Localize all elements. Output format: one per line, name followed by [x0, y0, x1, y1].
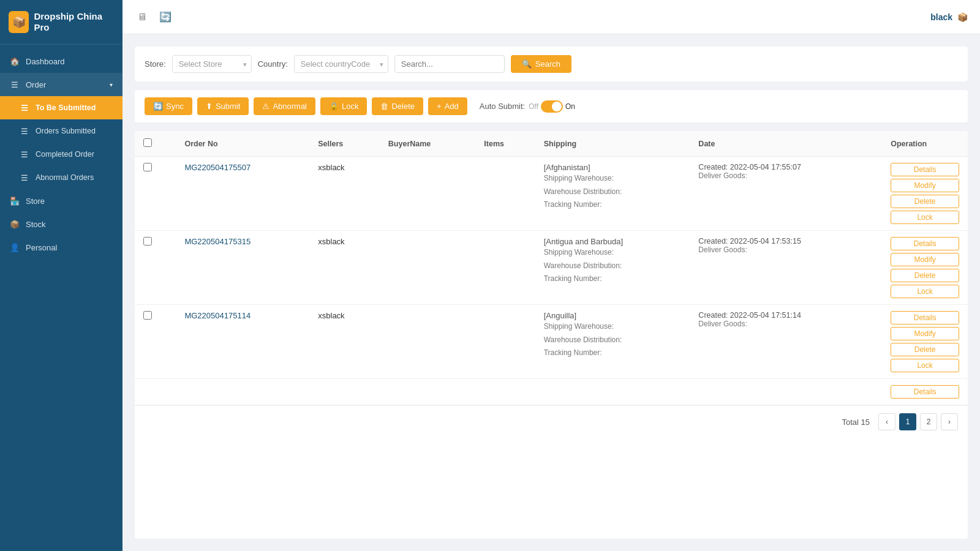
row-checkbox-cell	[135, 379, 176, 405]
dashboard-icon: 🏠	[10, 56, 20, 66]
add-icon: +	[437, 102, 442, 111]
delete-op-button[interactable]: Delete	[891, 343, 959, 356]
table-container[interactable]: Order No Sellers BuyerName Items Shippin…	[135, 131, 968, 405]
details-op-button[interactable]: Details	[891, 237, 959, 250]
row-sellers: xsblack	[309, 231, 380, 305]
lock-button[interactable]: 🔒 Lock	[320, 97, 367, 115]
store-select[interactable]: Select Store	[172, 55, 252, 73]
row-shipping: [Anguilla] Shipping Warehouse:Warehouse …	[535, 305, 690, 379]
table-row: MG220504175114 xsblack [Anguilla] Shippi…	[135, 305, 968, 379]
search-button[interactable]: 🔍 Search	[511, 55, 571, 73]
logo-icon: 📦	[9, 11, 29, 33]
table-row: MG220504175315 xsblack [Antigua and Barb…	[135, 231, 968, 305]
row-items	[475, 231, 535, 305]
topbar: 🖥 🔄 black 📦	[123, 0, 980, 34]
row-order-no: MG220504175315	[176, 231, 309, 305]
page-2-button[interactable]: 2	[920, 413, 937, 430]
to-be-submitted-icon: ☰	[20, 103, 29, 113]
row-checkbox[interactable]	[143, 237, 152, 246]
row-checkbox[interactable]	[143, 311, 152, 320]
add-label: Add	[445, 102, 459, 111]
table-row: Details	[135, 379, 968, 405]
modify-op-button[interactable]: Modify	[891, 179, 959, 192]
sidebar-item-abnormal-orders[interactable]: ☰ Abnormal Orders	[0, 166, 123, 189]
delete-op-button[interactable]: Delete	[891, 195, 959, 208]
auto-submit-toggle[interactable]	[541, 100, 563, 113]
row-checkbox-cell	[135, 157, 176, 231]
completed-order-icon: ☰	[20, 149, 29, 159]
lock-label: Lock	[342, 102, 358, 111]
delete-button[interactable]: 🗑 Delete	[372, 97, 423, 115]
store-label: Store:	[145, 59, 166, 69]
logo-area: 📦 Dropship China Pro	[0, 0, 123, 45]
sidebar-item-completed-order[interactable]: ☰ Completed Order	[0, 143, 123, 166]
sidebar-item-orders-submitted-label: Orders Submitted	[36, 127, 96, 135]
toggle-off-label: Off	[529, 102, 538, 111]
sidebar-item-order-label: Order	[26, 80, 46, 89]
modify-op-button[interactable]: Modify	[891, 253, 959, 266]
abnormal-icon: ⚠	[262, 102, 270, 111]
search-input[interactable]	[394, 55, 505, 73]
row-checkbox[interactable]	[143, 163, 152, 171]
sidebar-nav: 🏠 Dashboard ☰ Order ▾ ☰ To Be Submitted …	[0, 45, 123, 551]
sidebar-item-store-label: Store	[26, 197, 45, 206]
filter-bar: Store: Select Store Country: Select coun…	[135, 47, 968, 81]
select-all-checkbox[interactable]	[143, 138, 152, 147]
prev-page-button[interactable]: ‹	[878, 413, 895, 430]
sidebar-item-completed-order-label: Completed Order	[36, 150, 94, 159]
row-order-no: MG220504175114	[176, 305, 309, 379]
sidebar-item-dashboard[interactable]: 🏠 Dashboard	[0, 50, 123, 73]
details-button[interactable]: Details	[891, 385, 959, 399]
total-count: Total 15	[842, 418, 870, 427]
lock-op-button[interactable]: Lock	[891, 285, 959, 298]
monitor-icon[interactable]: 🖥	[135, 9, 149, 25]
sidebar-item-to-be-submitted-label: To Be Submitted	[36, 103, 96, 112]
sidebar-item-personal[interactable]: 👤 Personal	[0, 236, 123, 259]
col-operation: Operation	[882, 131, 968, 157]
modify-op-button[interactable]: Modify	[891, 327, 959, 340]
table-row: MG220504175507 xsblack [Afghanistan] Shi…	[135, 157, 968, 231]
row-shipping	[535, 379, 690, 405]
submit-button[interactable]: ⬆ Submit	[197, 97, 249, 115]
sync-icon: 🔄	[153, 102, 163, 111]
row-sellers: xsblack	[309, 305, 380, 379]
sidebar-item-to-be-submitted[interactable]: ☰ To Be Submitted	[0, 96, 123, 119]
row-buyer-name	[380, 231, 476, 305]
row-operation: DetailsModifyDeleteLock	[882, 305, 968, 379]
delete-op-button[interactable]: Delete	[891, 269, 959, 282]
table-header: Order No Sellers BuyerName Items Shippin…	[135, 131, 968, 157]
sync-button[interactable]: 🔄 Sync	[145, 97, 192, 115]
next-page-button[interactable]: ›	[941, 413, 958, 430]
stock-icon: 📦	[10, 219, 20, 229]
page-1-button[interactable]: 1	[899, 413, 916, 430]
details-op-button[interactable]: Details	[891, 163, 959, 176]
row-operation: DetailsModifyDeleteLock	[882, 231, 968, 305]
store-icon: 🏪	[10, 196, 20, 206]
row-buyer-name	[380, 379, 476, 405]
personal-icon: 👤	[10, 242, 20, 252]
sidebar-item-stock[interactable]: 📦 Stock	[0, 212, 123, 236]
sidebar-item-personal-label: Personal	[26, 243, 57, 252]
details-op-button[interactable]: Details	[891, 311, 959, 324]
sidebar-item-orders-submitted[interactable]: ☰ Orders Submitted	[0, 119, 123, 143]
refresh-icon[interactable]: 🔄	[157, 9, 174, 25]
lock-op-button[interactable]: Lock	[891, 211, 959, 224]
abnormal-label: Abnormal	[273, 102, 307, 111]
sidebar-item-order[interactable]: ☰ Order ▾	[0, 73, 123, 96]
col-items: Items	[475, 131, 535, 157]
toggle-knob	[552, 102, 562, 111]
sidebar-item-abnormal-orders-label: Abnormal Orders	[36, 173, 94, 182]
row-buyer-name	[380, 305, 476, 379]
country-select[interactable]: Select countryCode	[294, 55, 388, 73]
lock-op-button[interactable]: Lock	[891, 359, 959, 372]
toggle-on-label: On	[565, 102, 575, 111]
sidebar-item-dashboard-label: Dashboard	[26, 57, 65, 66]
abnormal-button[interactable]: ⚠ Abnormal	[254, 97, 315, 115]
add-button[interactable]: + Add	[428, 97, 467, 115]
username: black	[930, 12, 952, 22]
row-buyer-name	[380, 157, 476, 231]
row-order-no: MG220504175507	[176, 157, 309, 231]
abnormal-orders-icon: ☰	[20, 173, 29, 182]
sidebar-item-store[interactable]: 🏪 Store	[0, 189, 123, 212]
action-bar: 🔄 Sync ⬆ Submit ⚠ Abnormal 🔒 Lock 🗑 Dele…	[135, 90, 968, 122]
